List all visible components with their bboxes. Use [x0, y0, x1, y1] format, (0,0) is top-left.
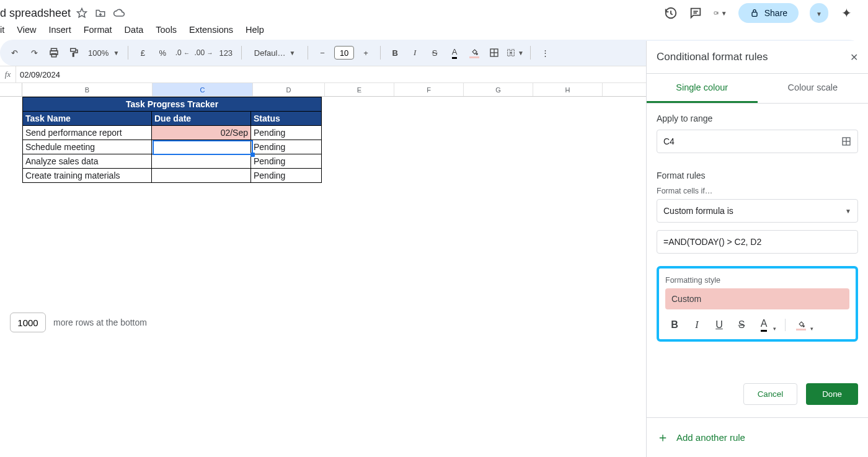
- cancel-button[interactable]: Cancel: [743, 383, 798, 405]
- style-underline[interactable]: U: [712, 318, 726, 332]
- add-rule-button[interactable]: ＋ Add another rule: [647, 418, 868, 430]
- svg-rect-3: [714, 12, 717, 14]
- svg-rect-4: [752, 12, 757, 17]
- menu-insert[interactable]: Insert: [48, 25, 71, 35]
- history-icon[interactable]: [664, 6, 678, 20]
- move-icon[interactable]: [94, 7, 107, 19]
- panel-title: Conditional format rules: [657, 51, 768, 63]
- print-icon[interactable]: [46, 44, 62, 61]
- style-preview[interactable]: Custom: [665, 288, 849, 309]
- paint-format-icon[interactable]: [66, 44, 82, 61]
- col-header-F[interactable]: F: [394, 83, 464, 96]
- doc-title[interactable]: d spreadsheet: [0, 7, 71, 20]
- decrease-decimal-icon[interactable]: .0 ←: [174, 44, 190, 61]
- cells-if-label: Format cells if…: [657, 187, 858, 195]
- add-rows: more rows at the bottom: [10, 313, 147, 332]
- tab-single-colour[interactable]: Single colour: [647, 74, 758, 103]
- close-icon[interactable]: ✕: [850, 51, 858, 63]
- zoom-select[interactable]: 100% ▼: [86, 44, 122, 61]
- add-rows-input[interactable]: [10, 313, 46, 332]
- conditional-format-panel: Conditional format rules ✕ Single colour…: [646, 41, 868, 430]
- col-header-B[interactable]: B: [22, 83, 153, 96]
- svg-marker-0: [78, 9, 87, 17]
- share-button[interactable]: Share: [738, 3, 799, 23]
- title-bar: d spreadsheet ▼ Share ▼ ✦: [0, 0, 868, 24]
- table-row[interactable]: Send performance report 02/Sep Pending: [23, 126, 322, 140]
- header-due: Due date: [152, 112, 251, 126]
- condition-select[interactable]: Custom formula is▼: [657, 199, 858, 223]
- increase-decimal-icon[interactable]: .00 →: [194, 44, 213, 61]
- share-dropdown[interactable]: ▼: [810, 3, 828, 23]
- number-format-button[interactable]: 123: [216, 44, 235, 61]
- percent-button[interactable]: %: [154, 44, 170, 61]
- formula-input-box[interactable]: =AND(TODAY() > C2, D2: [657, 230, 858, 254]
- fill-color-button[interactable]: [466, 44, 482, 61]
- select-range-icon[interactable]: [841, 136, 851, 146]
- italic-button[interactable]: I: [407, 44, 423, 61]
- col-header-D[interactable]: D: [253, 83, 325, 96]
- text-color-button[interactable]: A: [446, 44, 463, 61]
- bold-button[interactable]: B: [387, 44, 403, 61]
- strike-button[interactable]: S: [427, 44, 443, 61]
- cloud-status-icon[interactable]: [113, 7, 125, 19]
- undo-icon[interactable]: ↶: [6, 44, 22, 61]
- apply-range-label: Apply to range: [657, 113, 858, 123]
- table-row[interactable]: Create training materialsPending: [23, 169, 322, 183]
- tab-colour-scale[interactable]: Colour scale: [758, 74, 869, 103]
- menu-extensions[interactable]: Extensions: [189, 25, 233, 35]
- svg-point-15: [803, 326, 804, 327]
- borders-button[interactable]: [486, 44, 502, 61]
- font-select[interactable]: Defaul…▼: [248, 44, 301, 61]
- col-header-G[interactable]: G: [464, 83, 533, 96]
- formatting-style-section: Formatting style Custom B I U S A▾ ▾: [657, 266, 858, 342]
- header-status: Status: [251, 112, 322, 126]
- col-header-C[interactable]: C: [153, 83, 253, 96]
- tracker-title: Task Progress Tracker: [23, 97, 322, 112]
- font-size-decrease[interactable]: −: [314, 44, 330, 61]
- style-text-color[interactable]: A: [757, 318, 771, 332]
- menu-help[interactable]: Help: [246, 25, 264, 35]
- style-label: Formatting style: [665, 276, 849, 285]
- comments-icon[interactable]: [689, 6, 702, 20]
- menu-format[interactable]: Format: [84, 25, 112, 35]
- currency-button[interactable]: £: [135, 44, 151, 61]
- gemini-icon[interactable]: ✦: [839, 6, 853, 20]
- svg-rect-8: [71, 48, 76, 51]
- task-tracker-table[interactable]: Task Progress Tracker Task Name Due date…: [22, 97, 322, 183]
- style-italic[interactable]: I: [690, 318, 704, 332]
- redo-icon[interactable]: ↷: [26, 44, 42, 61]
- plus-icon: ＋: [657, 429, 669, 430]
- more-tools-icon[interactable]: ⋮: [537, 44, 553, 61]
- table-row[interactable]: Analyze sales dataPending: [23, 154, 322, 169]
- format-rules-label: Format rules: [657, 171, 858, 180]
- add-rows-label: more rows at the bottom: [53, 317, 147, 327]
- font-size-input[interactable]: [334, 46, 354, 60]
- range-input[interactable]: C4: [657, 130, 858, 153]
- menu-view[interactable]: View: [17, 25, 36, 35]
- merge-button[interactable]: ▼: [506, 44, 524, 61]
- style-strike[interactable]: S: [735, 318, 748, 332]
- menu-bar: it View Insert Format Data Tools Extensi…: [0, 24, 868, 40]
- style-fill-color[interactable]: [794, 318, 808, 332]
- menu-data[interactable]: Data: [125, 25, 144, 35]
- table-row[interactable]: Schedule meetingPending: [23, 140, 322, 154]
- header-task: Task Name: [23, 112, 152, 126]
- formula-input[interactable]: 02/09/2024: [16, 70, 60, 79]
- col-header-E[interactable]: E: [325, 83, 394, 96]
- menu-edit[interactable]: it: [0, 25, 4, 35]
- menu-tools[interactable]: Tools: [156, 25, 177, 35]
- fx-icon[interactable]: fx: [0, 66, 16, 82]
- style-bold[interactable]: B: [668, 318, 681, 332]
- star-icon[interactable]: [76, 7, 88, 19]
- font-size-increase[interactable]: +: [358, 44, 374, 61]
- selected-cell: 02/Sep: [152, 126, 251, 140]
- meet-icon[interactable]: ▼: [714, 6, 727, 20]
- col-header-H[interactable]: H: [533, 83, 603, 96]
- done-button[interactable]: Done: [806, 383, 858, 405]
